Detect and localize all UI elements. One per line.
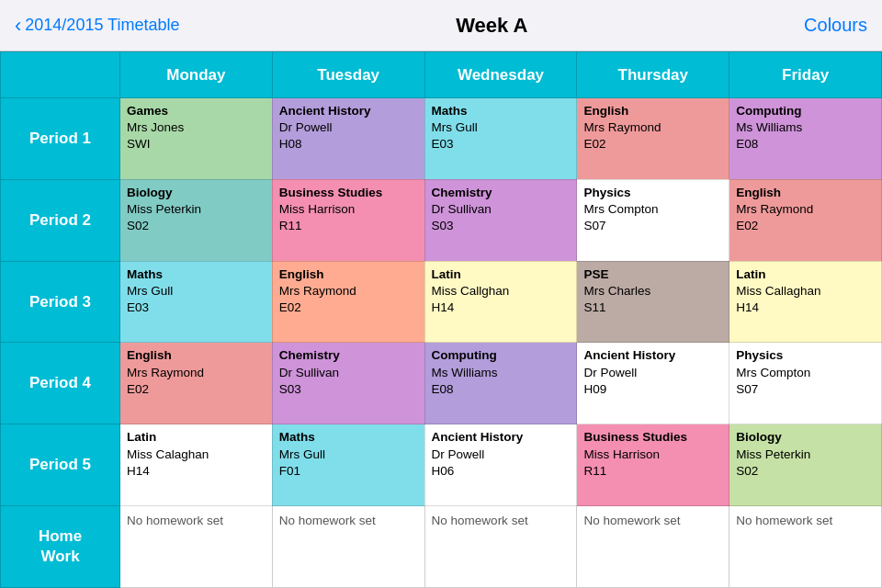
cell-subject: English [279,266,418,283]
homework-cell-d3: No homework set [424,506,577,588]
cell-teacher: Mrs Gull [127,283,266,300]
cell-subject: Computing [736,103,875,119]
cell-room: E08 [736,136,875,153]
period-2-label: Period 2 [1,179,120,261]
header: ‹ 2014/2015 Timetable Week A Colours [0,0,882,51]
cell-room: R11 [279,218,418,234]
cell-teacher: Mrs Compton [583,201,722,218]
cell-teacher: Dr Sullivan [432,201,571,218]
table-row: Period 4EnglishMrs RaymondE02ChemistryDr… [1,343,882,424]
cell-teacher: Ms Williams [432,365,571,381]
cell-p4-d5[interactable]: PhysicsMrs ComptonS07 [729,343,882,424]
cell-subject: English [127,347,266,364]
cell-room: E08 [432,381,571,398]
cell-subject: English [583,103,722,119]
cell-subject: Maths [432,103,571,119]
cell-subject: Chemistry [279,347,418,364]
week-title: Week A [456,14,527,38]
cell-p1-d5[interactable]: ComputingMs WilliamsE08 [729,98,882,180]
header-wednesday: Wednesday [424,52,577,98]
cell-room: H14 [127,463,266,480]
cell-subject: Physics [736,347,875,364]
cell-room: H14 [736,300,875,316]
cell-teacher: Mrs Gull [432,119,571,136]
cell-subject: Business Studies [583,429,722,446]
cell-subject: Chemistry [432,185,571,201]
cell-p2-d4[interactable]: PhysicsMrs ComptonS07 [577,179,729,261]
cell-teacher: Dr Powell [432,447,571,463]
period-5-label: Period 5 [1,424,120,506]
cell-subject: Computing [432,347,571,364]
cell-p2-d1[interactable]: BiologyMiss PeterkinS02 [120,179,273,261]
cell-subject: Ancient History [432,429,571,446]
cell-subject: English [736,185,875,201]
cell-p2-d5[interactable]: EnglishMrs RaymondE02 [729,179,882,261]
cell-teacher: Miss Harrison [279,201,418,218]
cell-room: H08 [279,136,418,153]
cell-p2-d2[interactable]: Business StudiesMiss HarrisonR11 [272,179,424,261]
cell-p5-d1[interactable]: LatinMiss CalaghanH14 [120,424,273,506]
cell-subject: Physics [583,185,722,201]
cell-teacher: Miss Peterkin [127,201,266,218]
cell-teacher: Mrs Charles [583,283,722,300]
cell-subject: Latin [432,266,571,283]
timetable-container: Monday Tuesday Wednesday Thursday Friday… [0,51,882,588]
cell-room: S02 [127,218,266,234]
cell-teacher: Miss Calaghan [127,447,266,463]
cell-p3-d1[interactable]: MathsMrs GullE03 [120,261,273,343]
cell-p1-d4[interactable]: EnglishMrs RaymondE02 [577,98,729,180]
cell-subject: Maths [127,266,266,283]
header-friday: Friday [729,52,882,98]
cell-subject: Business Studies [279,185,418,201]
cell-subject: Latin [127,429,266,446]
period-3-label: Period 3 [1,261,120,343]
cell-room: E02 [279,300,418,316]
table-body: Period 1GamesMrs JonesSWIAncient History… [1,98,882,588]
cell-room: S03 [279,381,418,398]
cell-subject: Latin [736,266,875,283]
cell-room: F01 [279,463,418,480]
cell-p5-d3[interactable]: Ancient HistoryDr PowellH06 [424,424,577,506]
cell-room: S02 [736,463,875,480]
cell-p5-d4[interactable]: Business StudiesMiss HarrisonR11 [577,424,729,506]
header-empty [1,52,120,98]
back-button[interactable]: ‹ 2014/2015 Timetable [15,16,179,36]
table-row: Period 5LatinMiss CalaghanH14MathsMrs Gu… [1,424,882,506]
cell-p3-d3[interactable]: LatinMiss CallghanH14 [424,261,577,343]
back-label: 2014/2015 Timetable [25,16,179,35]
cell-p5-d2[interactable]: MathsMrs GullF01 [272,424,424,506]
cell-p4-d4[interactable]: Ancient HistoryDr PowellH09 [577,343,729,424]
header-monday: Monday [120,52,273,98]
cell-p4-d1[interactable]: EnglishMrs RaymondE02 [120,343,273,424]
cell-subject: PSE [583,266,722,283]
cell-p1-d1[interactable]: GamesMrs JonesSWI [120,98,273,180]
period-4-label: Period 4 [1,343,120,424]
colours-button[interactable]: Colours [804,15,867,36]
cell-room: E02 [583,136,722,153]
homework-row: HomeWorkNo homework setNo homework setNo… [1,506,882,588]
cell-room: E03 [432,136,571,153]
cell-p4-d3[interactable]: ComputingMs WilliamsE08 [424,343,577,424]
homework-label: HomeWork [1,506,120,588]
cell-teacher: Miss Callaghan [736,283,875,300]
cell-teacher: Dr Powell [583,365,722,381]
cell-p3-d4[interactable]: PSEMrs CharlesS11 [577,261,729,343]
cell-room: S07 [736,381,875,398]
cell-p1-d2[interactable]: Ancient HistoryDr PowellH08 [272,98,424,180]
cell-teacher: Mrs Raymond [127,365,266,381]
cell-teacher: Mrs Compton [736,365,875,381]
cell-room: SWI [127,136,266,153]
cell-teacher: Miss Callghan [432,283,571,300]
cell-p5-d5[interactable]: BiologyMiss PeterkinS02 [729,424,882,506]
cell-p1-d3[interactable]: MathsMrs GullE03 [424,98,577,180]
cell-room: H09 [583,381,722,398]
cell-room: R11 [583,463,722,480]
cell-p4-d2[interactable]: ChemistryDr SullivanS03 [272,343,424,424]
cell-subject: Games [127,103,266,119]
cell-p3-d2[interactable]: EnglishMrs RaymondE02 [272,261,424,343]
cell-teacher: Mrs Raymond [736,201,875,218]
cell-p2-d3[interactable]: ChemistryDr SullivanS03 [424,179,577,261]
cell-teacher: Miss Peterkin [736,447,875,463]
cell-subject: Biology [127,185,266,201]
cell-p3-d5[interactable]: LatinMiss CallaghanH14 [729,261,882,343]
